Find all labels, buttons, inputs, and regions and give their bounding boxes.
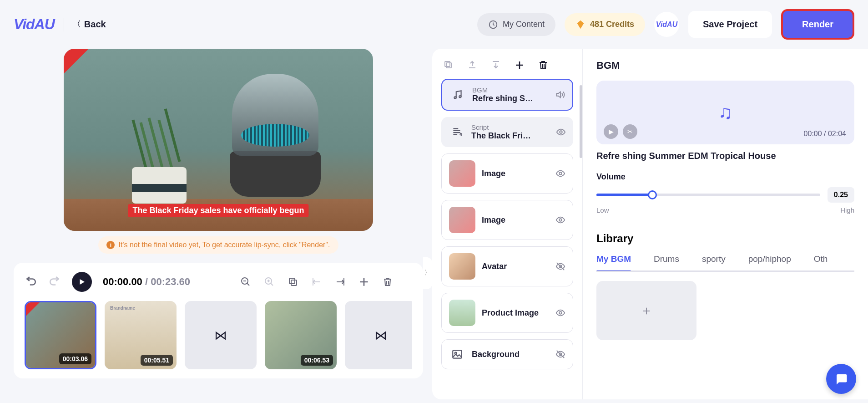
music-note-icon: ♫ xyxy=(718,102,733,123)
svg-rect-14 xyxy=(453,350,462,358)
clip-time: 00:06.53 xyxy=(301,355,333,366)
clip-thumbnails: 00:03.06 Brandname00:05.51 ⋈ 00:06.53 ⋈ … xyxy=(25,301,412,369)
clip-time: 00:05.51 xyxy=(141,355,173,366)
eye-off-icon[interactable] xyxy=(555,349,565,359)
eye-icon[interactable] xyxy=(556,127,566,137)
play-button[interactable] xyxy=(72,272,92,292)
tab-pop-hiphop[interactable]: pop/hiphop xyxy=(748,254,791,270)
my-content-button[interactable]: My Content xyxy=(477,13,555,36)
trim-audio-button[interactable]: ✂ xyxy=(623,124,637,139)
time-total: 00:23.60 xyxy=(151,276,190,287)
redo-button[interactable] xyxy=(48,275,61,288)
layer-subtitle: The Black Fri… xyxy=(471,131,550,141)
sound-icon[interactable] xyxy=(555,90,565,100)
layer-image[interactable]: Image xyxy=(441,153,573,194)
volume-value: 0.25 xyxy=(828,187,854,203)
layer-image[interactable]: Image xyxy=(441,200,573,240)
timecode: 00:00.00 / 00:23.60 xyxy=(103,276,190,288)
tab-other[interactable]: Oth xyxy=(814,254,828,270)
script-icon xyxy=(449,124,465,140)
layer-title: Avatar xyxy=(482,262,549,271)
caption-text: The Black Friday sales have officially b… xyxy=(128,204,308,217)
panel-expand-handle[interactable]: 〉 xyxy=(423,257,432,289)
volume-low-label: Low xyxy=(596,206,609,214)
layer-title: Image xyxy=(482,215,549,225)
tab-sporty[interactable]: sporty xyxy=(702,254,726,270)
add-bgm-button[interactable]: ＋ xyxy=(596,281,696,340)
timeline-panel: 00:00.00 / 00:23.60 00:03.06 Brandname00… xyxy=(14,263,423,378)
delete-layer-button[interactable] xyxy=(538,60,549,71)
layer-bgm[interactable]: BGMRefre shing S… xyxy=(441,79,573,111)
svg-rect-5 xyxy=(446,63,451,68)
panel-title: BGM xyxy=(596,60,854,71)
add-layer-button[interactable] xyxy=(514,60,525,71)
tab-drums[interactable]: Drums xyxy=(654,254,679,270)
transition-thumb[interactable]: ⋈ xyxy=(345,301,412,369)
layer-title: Script xyxy=(471,123,550,131)
duplicate-layer-button[interactable] xyxy=(443,60,454,71)
audio-timecode: 00:00 / 02:04 xyxy=(804,130,846,138)
zoom-out-button[interactable] xyxy=(239,275,252,288)
layer-thumbnail xyxy=(449,207,475,233)
transition-icon: ⋈ xyxy=(214,328,227,343)
eye-icon[interactable] xyxy=(555,215,565,225)
divider xyxy=(64,18,64,31)
clip-thumb[interactable]: 00:06.53 xyxy=(265,301,337,369)
clip-time: 00:03.06 xyxy=(59,353,91,364)
save-project-button[interactable]: Save Project xyxy=(688,11,772,38)
play-audio-button[interactable]: ▶ xyxy=(604,124,618,139)
layer-title: Image xyxy=(482,169,549,179)
credits-pill[interactable]: 481 Credits xyxy=(565,13,645,36)
clip-thumb[interactable]: 00:03.06 xyxy=(25,301,96,369)
credits-label: 481 Credits xyxy=(590,20,634,29)
copy-button[interactable] xyxy=(287,275,299,288)
svg-point-8 xyxy=(459,96,461,97)
layer-title: BGM xyxy=(472,86,549,94)
volume-high-label: High xyxy=(840,206,854,214)
music-icon xyxy=(449,87,466,103)
svg-point-11 xyxy=(559,219,562,221)
library-title: Library xyxy=(596,232,854,245)
diamond-icon xyxy=(575,20,585,30)
eye-icon[interactable] xyxy=(555,168,565,179)
eye-off-icon[interactable] xyxy=(555,261,565,271)
time-current: 00:00.00 xyxy=(103,276,142,287)
bring-forward-button[interactable] xyxy=(467,60,478,71)
chat-fab[interactable] xyxy=(826,364,856,394)
transition-thumb[interactable]: ⋈ xyxy=(185,301,257,369)
volume-slider[interactable] xyxy=(596,194,820,196)
send-backward-button[interactable] xyxy=(490,60,501,71)
align-left-button[interactable] xyxy=(310,275,323,288)
back-label: Back xyxy=(84,19,106,30)
tab-my-bgm[interactable]: My BGM xyxy=(596,254,631,270)
svg-rect-6 xyxy=(445,61,450,66)
align-right-button[interactable] xyxy=(334,275,347,288)
layer-thumbnail xyxy=(449,300,475,326)
zoom-in-button[interactable] xyxy=(263,275,276,288)
track-name: Refre shing Summer EDM Tropical House xyxy=(596,151,854,161)
svg-rect-4 xyxy=(289,278,295,284)
delete-clip-button[interactable] xyxy=(381,275,394,288)
svg-point-9 xyxy=(560,131,562,133)
clock-icon xyxy=(488,20,498,30)
back-button[interactable]: 〈 Back xyxy=(73,19,106,30)
clip-thumb[interactable]: Brandname00:05.51 xyxy=(105,301,177,369)
undo-button[interactable] xyxy=(25,275,37,288)
layer-background[interactable]: Background xyxy=(441,339,573,369)
layer-product-image[interactable]: Product Image xyxy=(441,293,573,333)
layer-title: Background xyxy=(472,350,549,359)
info-icon: i xyxy=(106,241,115,249)
add-clip-button[interactable] xyxy=(358,275,370,288)
scrollbar[interactable] xyxy=(580,85,582,158)
video-preview[interactable]: The Black Friday sales have officially b… xyxy=(64,49,373,231)
audio-preview: ♫ ▶ ✂ 00:00 / 02:04 xyxy=(596,81,854,144)
eye-icon[interactable] xyxy=(555,308,565,318)
image-icon xyxy=(449,346,465,362)
layer-script[interactable]: ScriptThe Black Fri… xyxy=(441,117,573,147)
layer-avatar[interactable]: Avatar xyxy=(441,246,573,286)
volume-label: Volume xyxy=(596,172,854,182)
layer-title: Product Image xyxy=(482,308,549,318)
app-logo: VidAU xyxy=(14,16,55,33)
layer-subtitle: Refre shing S… xyxy=(472,94,549,103)
render-button[interactable]: Render xyxy=(781,9,854,40)
